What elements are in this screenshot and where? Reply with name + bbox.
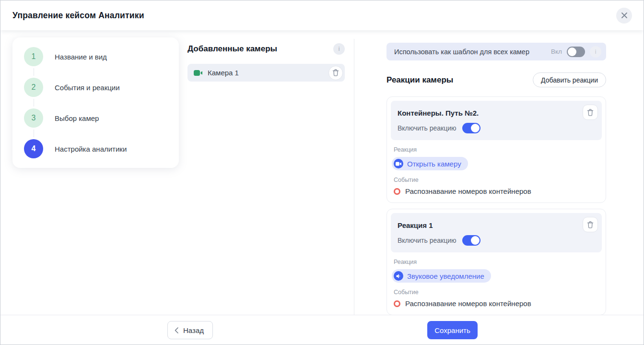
modal-header: Управление кейсом Аналитики (0, 0, 644, 30)
video-camera-icon (394, 159, 403, 168)
event-row: Распознавание номеров контейнеров (394, 187, 599, 195)
reaction-chip[interactable]: Открыть камеру (392, 157, 468, 170)
column-divider (354, 39, 354, 315)
step-camera-selection[interactable]: 3 Выбор камер (24, 108, 167, 128)
reaction-chip[interactable]: Звуковое уведомление (392, 269, 491, 283)
event-row: Распознавание номеров контейнеров (394, 299, 599, 308)
step-events-and-reactions[interactable]: 2 События и реакции (24, 78, 167, 97)
enable-reaction-label: Включить реакцию (398, 124, 457, 132)
reaction-card-head-top: Реакция 1 (398, 217, 598, 232)
video-camera-icon (194, 70, 203, 76)
delete-camera-button[interactable] (328, 66, 343, 80)
reactions-title: Реакции камеры (386, 75, 453, 85)
trash-icon (587, 109, 594, 116)
reaction-title: Контейнеры. Путь №2. (398, 109, 479, 117)
reaction-card-head: Контейнеры. Путь №2. Включить реакцию (391, 101, 602, 140)
reaction-card: Реакция 1 Включить реакцию (386, 209, 606, 315)
event-field-label: Событие (394, 177, 599, 183)
speaker-icon (394, 271, 403, 281)
toggle-state-label: Вкл (551, 48, 562, 55)
use-as-template-label: Использовать как шаблон для всех камер (394, 48, 551, 56)
camera-name: Камера 1 (208, 69, 328, 77)
added-cameras-header: Добавленные камеры i (187, 43, 345, 55)
toggle-knob (471, 124, 480, 132)
added-cameras-title: Добавленные камеры (187, 44, 277, 54)
event-name: Распознавание номеров контейнеров (405, 299, 531, 308)
step-number-badge: 4 (24, 139, 43, 158)
analytics-case-modal: Управление кейсом Аналитики 1 Название и… (0, 0, 644, 345)
camera-list-item[interactable]: Камера 1 (187, 64, 345, 82)
event-name: Распознавание номеров контейнеров (405, 187, 531, 195)
step-name-and-type[interactable]: 1 Название и вид (24, 47, 167, 66)
back-button-label: Назад (183, 326, 204, 334)
red-ring-icon (394, 300, 400, 307)
step-label: События и реакции (55, 83, 120, 92)
reaction-chip-label: Открыть камеру (407, 160, 461, 168)
camera-reactions-panel: Использовать как шаблон для всех камер В… (386, 43, 606, 315)
use-as-template-row: Использовать как шаблон для всех камер В… (386, 43, 606, 60)
info-icon[interactable]: i (333, 43, 345, 55)
trash-icon (587, 221, 594, 228)
reaction-card-head: Реакция 1 Включить реакцию (391, 213, 602, 252)
modal-content: 1 Название и вид 2 События и реакции 3 В… (0, 30, 644, 315)
modal-footer: Назад Сохранить (0, 315, 644, 345)
step-label: Настройка аналитики (55, 145, 127, 153)
page-title: Управление кейсом Аналитики (12, 11, 144, 21)
enable-reaction-row: Включить реакцию (398, 123, 598, 133)
enable-reaction-label: Включить реакцию (398, 237, 457, 244)
use-as-template-toggle[interactable] (567, 47, 585, 57)
info-icon[interactable]: i (590, 46, 601, 58)
reaction-title: Реакция 1 (398, 221, 433, 229)
enable-reaction-toggle[interactable] (462, 235, 480, 246)
toggle-knob (471, 236, 480, 245)
reaction-card-head-top: Контейнеры. Путь №2. (398, 105, 598, 120)
reaction-chip-label: Звуковое уведомление (407, 272, 484, 280)
chevron-left-icon (175, 327, 178, 333)
reactions-header: Реакции камеры Добавить реакции (386, 72, 606, 87)
enable-reaction-row: Включить реакцию (398, 235, 598, 246)
wizard-stepper: 1 Название и вид 2 События и реакции 3 В… (12, 37, 179, 168)
step-analytics-settings[interactable]: 4 Настройка аналитики (24, 139, 167, 158)
trash-icon (332, 69, 339, 76)
close-button[interactable] (616, 8, 632, 24)
red-ring-icon (394, 188, 400, 195)
save-button[interactable]: Сохранить (427, 321, 478, 339)
added-cameras-panel: Добавленные камеры i Камера 1 (187, 43, 345, 82)
step-label: Выбор камер (55, 114, 99, 122)
step-number-badge: 3 (24, 108, 43, 128)
close-icon (621, 12, 628, 19)
step-number-badge: 1 (24, 47, 43, 66)
event-field-label: Событие (394, 289, 599, 296)
step-label: Название и вид (55, 53, 107, 61)
reaction-field-label: Реакция (394, 259, 599, 265)
reaction-card: Контейнеры. Путь №2. Включить реакцию (386, 96, 606, 203)
add-reactions-button[interactable]: Добавить реакции (533, 72, 606, 87)
toggle-knob (568, 48, 576, 56)
back-button[interactable]: Назад (167, 321, 213, 339)
delete-reaction-button[interactable] (583, 105, 598, 120)
enable-reaction-toggle[interactable] (462, 123, 480, 133)
step-number-badge: 2 (24, 78, 43, 97)
delete-reaction-button[interactable] (583, 217, 598, 232)
reaction-field-label: Реакция (394, 146, 599, 153)
